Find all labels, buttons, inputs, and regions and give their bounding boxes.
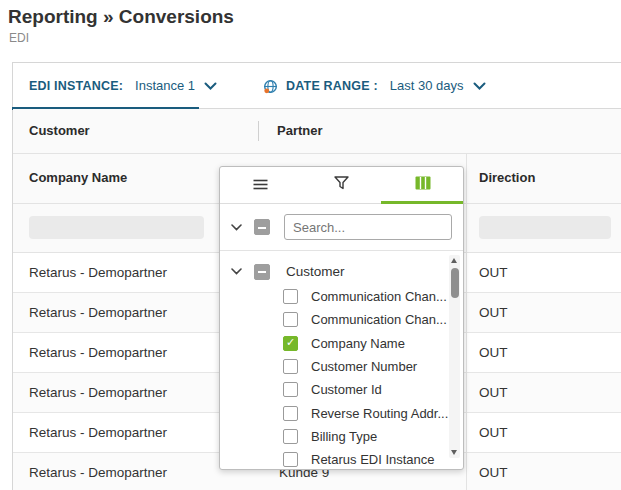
cell-company-name: Retarus - Demopartner [29,293,167,332]
column-option-label: Communication Chan... [311,312,447,327]
date-range-label: DATE RANGE : [286,79,378,93]
column-option-label: Customer Number [311,359,417,374]
search-input[interactable] [284,214,452,240]
column-header-company-name[interactable]: Company Name [29,170,127,185]
tab-filter[interactable] [301,167,382,203]
cell-company-name: Retarus - Demopartner [29,373,167,412]
column-option[interactable]: Billing Type [220,425,463,448]
panel-scrollbar[interactable] [449,255,460,458]
column-option[interactable]: Company Name [220,332,463,355]
date-range-dropdown[interactable]: DATE RANGE : Last 30 days [263,78,485,93]
cell-direction: OUT [479,373,508,412]
column-option-label: Communication Chan... [311,289,447,304]
panel-tabs [220,167,463,204]
checkbox[interactable] [283,429,298,444]
cell-direction: OUT [479,453,508,490]
filter-icon [334,176,349,194]
checkbox[interactable] [283,382,298,397]
group-checkbox[interactable] [254,264,270,280]
cell-direction: OUT [479,333,508,372]
checkbox[interactable] [283,312,298,327]
column-chooser-panel: Customer Communication Chan... Communica… [219,166,464,470]
column-option[interactable]: Customer Number [220,355,463,378]
active-panel-tab-underline [381,201,463,204]
cell-company-name: Retarus - Demopartner [29,453,167,490]
edi-instance-value: Instance 1 [135,78,195,93]
group-divider [258,121,259,141]
chevron-down-icon [473,82,486,90]
tab-columns[interactable] [382,167,463,203]
page-title: Reporting » Conversions [8,6,234,28]
checkbox[interactable] [283,406,298,421]
edi-instance-dropdown[interactable]: EDI INSTANCE: Instance 1 [29,78,217,93]
date-range-value: Last 30 days [390,78,464,93]
menu-icon [253,176,268,194]
column-option-label: Retarus EDI Instance [311,452,435,467]
column-list: Customer Communication Chan... Communica… [220,251,463,468]
columns-icon [415,176,431,194]
scroll-down-icon[interactable] [451,450,457,455]
group-header-partner[interactable]: Partner [277,123,323,138]
page-subtitle: EDI [9,31,29,45]
panel-search-row [220,204,463,251]
chevron-down-icon[interactable] [231,224,242,231]
column-header-direction[interactable]: Direction [479,170,535,185]
cell-company-name: Retarus - Demopartner [29,413,167,452]
chevron-down-icon[interactable] [231,268,242,275]
column-option-label: Billing Type [311,429,377,444]
group-header-customer[interactable]: Customer [29,123,90,138]
column-option-label: Company Name [311,336,405,351]
column-option[interactable]: Retarus EDI Instance [220,448,463,468]
conversions-report-screen: Reporting » Conversions EDI EDI INSTANCE… [0,0,621,490]
globe-icon [263,79,278,94]
select-all-checkbox[interactable] [254,219,270,235]
checkbox[interactable] [283,336,298,351]
checkbox[interactable] [283,289,298,304]
cell-direction: OUT [479,253,508,292]
scrollbar-thumb[interactable] [451,268,459,298]
column-option[interactable]: Customer Id [220,378,463,401]
column-option[interactable]: Communication Chan... [220,285,463,308]
scroll-up-icon[interactable] [451,258,457,263]
direction-filter-input[interactable] [479,216,611,239]
direction-column-border [466,154,467,490]
column-option-label: Customer Id [311,382,382,397]
table-group-header-row: Customer Partner [13,109,621,154]
tab-menu[interactable] [220,167,301,203]
checkbox[interactable] [283,452,298,467]
edi-instance-label: EDI INSTANCE: [29,79,123,93]
cell-direction: OUT [479,293,508,332]
company-name-filter-input[interactable] [29,216,204,239]
filter-toolbar: EDI INSTANCE: Instance 1 DATE RANGE : La… [13,63,621,109]
tree-group-customer[interactable]: Customer [220,258,463,285]
column-option[interactable]: Communication Chan... [220,308,463,331]
cell-company-name: Retarus - Demopartner [29,253,167,292]
column-option[interactable]: Reverse Routing Addr... [220,401,463,424]
group-label: Customer [286,264,345,279]
checkbox[interactable] [283,359,298,374]
cell-company-name: Retarus - Demopartner [29,333,167,372]
chevron-down-icon [204,82,217,90]
column-option-label: Reverse Routing Addr... [311,406,448,421]
cell-direction: OUT [479,413,508,452]
